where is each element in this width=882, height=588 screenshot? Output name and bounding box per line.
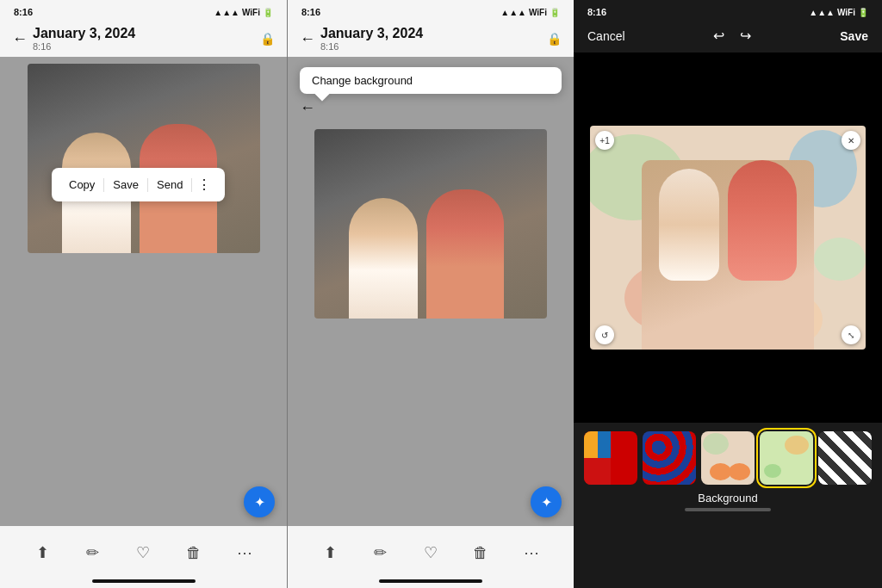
edit-icon-2[interactable]: ✏	[367, 539, 394, 566]
back-button-1[interactable]: ←	[12, 30, 28, 48]
magic-erase-button-1[interactable]: ✦	[244, 486, 275, 517]
editor-panel: 8:16 ▲▲▲ WiFi 🔋 Cancel ↩ ↪ Save	[574, 0, 882, 588]
nav-subtitle-1: 8:16	[33, 41, 135, 52]
magic-erase-button-2[interactable]: ✦	[531, 486, 562, 517]
lock-icon-1: 🔒	[260, 32, 275, 46]
share-icon-1[interactable]: ⬆	[28, 539, 56, 566]
palette-item-polka-pattern[interactable]	[643, 431, 696, 485]
photo-area-2	[288, 122, 574, 526]
home-indicator-2	[379, 579, 482, 583]
status-bar-1: 8:16 ▲▲▲ WiFi 🔋	[0, 0, 287, 22]
editor-home-indicator	[685, 508, 771, 511]
home-indicator-1	[92, 579, 196, 583]
panel-2: 8:16 ▲▲▲ WiFi 🔋 ← January 3, 2024 8:16 🔒…	[287, 0, 574, 588]
signal-icon-1: ▲▲▲	[214, 8, 239, 17]
status-icons-2: ▲▲▲ WiFi 🔋	[500, 8, 560, 17]
photo-image-2	[314, 129, 547, 319]
heart-icon-2[interactable]: ♡	[417, 539, 444, 566]
canvas-container: +1 ✕ ↺ ⤡	[590, 126, 866, 350]
change-background-tooltip: Change background	[300, 67, 562, 94]
add-layer-button[interactable]: +1	[595, 131, 614, 150]
editor-nav-icons: ↩ ↪	[713, 28, 751, 44]
palette-item-blob-pattern[interactable]	[701, 431, 755, 485]
photo-area-1	[0, 57, 287, 526]
editor-status-bar: 8:16 ▲▲▲ WiFi 🔋	[574, 0, 882, 22]
status-bar-2: 8:16 ▲▲▲ WiFi 🔋	[288, 0, 574, 22]
pal1-tl	[584, 431, 598, 458]
palette-item-diagonal-stripes[interactable]	[818, 431, 872, 485]
subject-cutout	[642, 160, 814, 350]
wifi-icon-1: WiFi	[242, 8, 260, 17]
time-1: 8:16	[14, 7, 33, 17]
editor-signal-icon: ▲▲▲	[809, 8, 835, 17]
palette-item-pastel-blobs[interactable]	[760, 431, 813, 485]
pal3-blob	[710, 463, 731, 480]
resize-icon: ⤡	[848, 331, 854, 340]
send-button[interactable]: Send	[148, 175, 191, 195]
battery-icon-2: 🔋	[550, 8, 560, 17]
rotate-icon: ↺	[601, 331, 608, 340]
background-canvas	[590, 126, 866, 350]
trash-icon-2[interactable]: 🗑	[467, 539, 494, 566]
pal1-bl	[584, 458, 598, 485]
bottom-toolbar-2: ⬆ ✏ ♡ 🗑 ⋯	[288, 526, 574, 588]
panel-1: 8:16 ▲▲▲ WiFi 🔋 ← January 3, 2024 8:16 🔒…	[0, 0, 287, 588]
rotate-handle[interactable]: ↺	[595, 325, 614, 344]
wifi-icon-2: WiFi	[529, 8, 547, 17]
palette-item-color-blocks[interactable]	[584, 431, 637, 485]
pal2-inner	[643, 431, 696, 485]
editor-status-icons: ▲▲▲ WiFi 🔋	[809, 8, 868, 17]
nav-left-1: ← January 3, 2024 8:16	[12, 26, 135, 52]
trash-icon-1[interactable]: 🗑	[180, 539, 208, 566]
nav-subtitle-2: 8:16	[320, 41, 423, 52]
time-2: 8:16	[301, 7, 320, 17]
remove-layer-button[interactable]: ✕	[842, 131, 860, 150]
nav-title-2: January 3, 2024	[320, 26, 423, 41]
edit-icon-1[interactable]: ✏	[79, 539, 107, 566]
more-icon-1[interactable]: ⋯	[231, 539, 258, 566]
back-button-2[interactable]: ←	[300, 30, 315, 48]
nav-bar-1: ← January 3, 2024 8:16 🔒	[0, 22, 287, 57]
nav-left-2: ← January 3, 2024 8:16	[300, 26, 423, 52]
signal-icon-2: ▲▲▲	[500, 8, 526, 17]
undo-button[interactable]: ↩	[713, 28, 724, 44]
photo-image-1	[28, 64, 260, 253]
back-nav-icon-2[interactable]: ←	[300, 99, 315, 116]
bottom-toolbar-1: ⬆ ✏ ♡ 🗑 ⋯	[0, 526, 287, 588]
save-button[interactable]: Save	[104, 175, 147, 195]
save-edit-button[interactable]: Save	[840, 29, 868, 43]
battery-icon-1: 🔋	[263, 8, 273, 17]
background-label: Background	[582, 492, 873, 504]
pal4-blob	[764, 464, 781, 478]
editor-canvas: +1 ✕ ↺ ⤡	[574, 53, 882, 423]
lock-icon-2: 🔒	[547, 32, 562, 46]
pal1-tr	[598, 431, 612, 458]
context-menu: Copy Save Send ⋮	[52, 168, 225, 201]
nav-title-group-1: January 3, 2024 8:16	[33, 26, 135, 52]
editor-wifi-icon: WiFi	[837, 8, 855, 17]
editor-time: 8:16	[587, 7, 606, 17]
editor-battery-icon: 🔋	[858, 8, 868, 17]
pal1-br	[598, 458, 612, 485]
nav-title-1: January 3, 2024	[33, 26, 135, 41]
plus-label: +1	[599, 136, 609, 145]
heart-icon-1[interactable]: ♡	[129, 539, 157, 566]
share-icon-2[interactable]: ⬆	[316, 539, 344, 566]
cancel-button[interactable]: Cancel	[587, 29, 625, 43]
nav-title-group-2: January 3, 2024 8:16	[320, 26, 423, 52]
palette-row	[582, 431, 873, 485]
editor-bottom: Background	[574, 423, 882, 520]
toolbar-icons-1: ⬆ ✏ ♡ 🗑 ⋯	[0, 526, 287, 579]
close-label: ✕	[848, 136, 854, 145]
tooltip-text: Change background	[312, 74, 413, 87]
status-icons-1: ▲▲▲ WiFi 🔋	[214, 8, 273, 17]
more-icon-2[interactable]: ⋯	[518, 539, 545, 566]
copy-button[interactable]: Copy	[60, 175, 103, 195]
blob-5	[814, 238, 866, 281]
more-options-button[interactable]: ⋮	[192, 173, 216, 196]
editor-nav: Cancel ↩ ↪ Save	[574, 22, 882, 53]
back-arrow-area-2: ←	[288, 94, 574, 122]
nav-bar-2: ← January 3, 2024 8:16 🔒	[288, 22, 574, 57]
resize-handle[interactable]: ⤡	[842, 325, 860, 344]
redo-button[interactable]: ↪	[740, 28, 751, 44]
